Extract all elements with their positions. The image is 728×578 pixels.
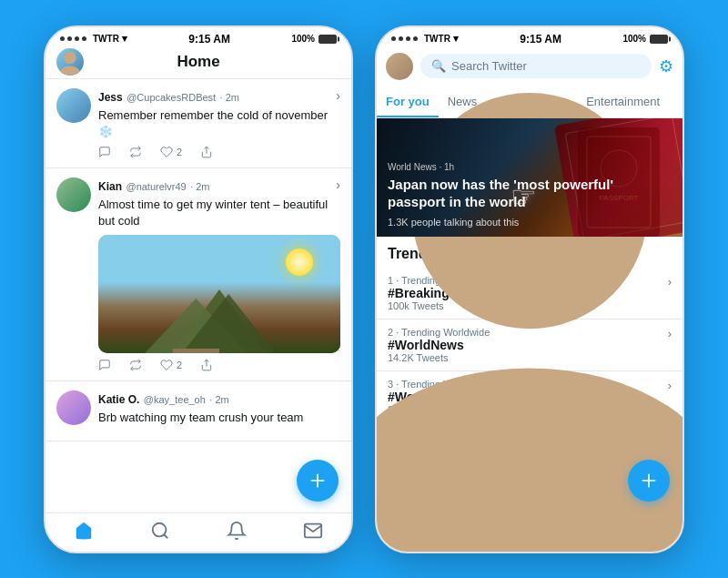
tweet-chevron-2[interactable]: › bbox=[336, 177, 340, 192]
tweet-avatar-kian bbox=[56, 177, 91, 212]
like-action-1[interactable]: 2 bbox=[160, 146, 182, 158]
search-user-avatar[interactable] bbox=[386, 53, 413, 80]
tweet-username-3: Katie O. bbox=[98, 393, 139, 406]
nav-search[interactable] bbox=[150, 521, 170, 541]
tweet-item[interactable]: Jess @CupcakesRDBest · 2m › Remember rem… bbox=[46, 79, 351, 168]
svg-line-7 bbox=[164, 534, 167, 538]
search-header: 🔍 Search Twitter ⚙ bbox=[377, 49, 682, 87]
tweet-user-info-3: Katie O. @kay_tee_oh · 2m bbox=[98, 390, 229, 407]
nav-messages[interactable] bbox=[303, 521, 323, 541]
bottom-nav-home bbox=[46, 512, 351, 552]
tweet-image-2 bbox=[98, 235, 340, 353]
tweet-time-1: · 2m bbox=[220, 92, 239, 103]
tweet-list: Jess @CupcakesRDBest · 2m › Remember rem… bbox=[46, 79, 351, 512]
status-time: 9:15 AM bbox=[188, 33, 230, 46]
signal-dot-4 bbox=[82, 36, 86, 41]
tweet-handle-1: @CupcakesRDBest bbox=[126, 92, 216, 103]
retweet-action-2[interactable] bbox=[129, 359, 142, 371]
tweet-avatar-katie bbox=[56, 390, 91, 425]
carrier-label: TWTR bbox=[93, 34, 119, 44]
tweet-time-3: · 2m bbox=[209, 394, 228, 405]
user-avatar[interactable] bbox=[56, 48, 84, 76]
news-source: World News · 1h bbox=[388, 162, 672, 172]
tweet-avatar-jess bbox=[56, 88, 91, 123]
battery-label: 100% bbox=[291, 34, 315, 44]
compose-button-2[interactable] bbox=[628, 460, 670, 502]
reply-action-1[interactable] bbox=[98, 146, 111, 158]
compose-button[interactable] bbox=[297, 460, 339, 502]
cursor-icon: ☞ bbox=[511, 179, 537, 214]
status-right: 100% bbox=[291, 34, 337, 44]
svg-point-6 bbox=[153, 522, 167, 536]
tweet-actions-2: 2 bbox=[98, 359, 340, 371]
wifi-icon: ▾ bbox=[122, 33, 127, 45]
tweet-time-2: · 2m bbox=[190, 181, 209, 192]
like-action-2[interactable]: 2 bbox=[160, 359, 182, 371]
phone-home: TWTR ▾ 9:15 AM 100% Home Jess @CupcakesR… bbox=[44, 25, 353, 553]
tweet-user-info-2: Kian @naturelvr49 · 2m bbox=[98, 177, 210, 194]
tweet-text-1: Remember remember the cold of november ❄… bbox=[98, 107, 340, 140]
news-card-overlay: World News · 1h Japan now has the 'most … bbox=[377, 118, 682, 237]
tweet-actions-1: 2 bbox=[98, 146, 340, 158]
signal-dot-2 bbox=[67, 36, 72, 41]
tweet-content-1: Jess @CupcakesRDBest · 2m › Remember rem… bbox=[98, 88, 340, 158]
tweet-user-info-1: Jess @CupcakesRDBest · 2m bbox=[98, 88, 239, 105]
news-card[interactable]: PASSPORT World News · 1h Japan now has t… bbox=[377, 118, 682, 237]
tweet-username-2: Kian bbox=[98, 180, 122, 193]
tweet-handle-3: @kay_tee_oh bbox=[144, 394, 206, 405]
svg-rect-4 bbox=[173, 349, 219, 353]
battery-icon bbox=[318, 35, 337, 44]
tweet-header-3: Katie O. @kay_tee_oh · 2m bbox=[98, 390, 340, 407]
tweet-username-1: Jess bbox=[98, 91, 123, 104]
tweet-chevron-1[interactable]: › bbox=[336, 88, 340, 103]
status-left: TWTR ▾ bbox=[60, 33, 127, 45]
phone-explore: TWTR ▾ 9:15 AM 100% 🔍 Search Twitter ⚙ F… bbox=[375, 25, 684, 553]
retweet-action-1[interactable] bbox=[129, 146, 142, 158]
tweet-handle-2: @naturelvr49 bbox=[126, 181, 186, 192]
tweet-content-3: Katie O. @kay_tee_oh · 2m Brb watching m… bbox=[98, 390, 340, 431]
nav-home[interactable] bbox=[74, 521, 94, 541]
reply-action-2[interactable] bbox=[98, 359, 111, 371]
share-action-1[interactable] bbox=[200, 146, 213, 158]
status-bar-home: TWTR ▾ 9:15 AM 100% bbox=[46, 27, 351, 49]
tweet-item-3[interactable]: Katie O. @kay_tee_oh · 2m Brb watching m… bbox=[46, 381, 351, 441]
tweet-content-2: Kian @naturelvr49 · 2m › Almost time to … bbox=[98, 177, 340, 371]
tweet-header-2: Kian @naturelvr49 · 2m › bbox=[98, 177, 340, 194]
nav-notifications[interactable] bbox=[227, 521, 247, 541]
tweet-item-2[interactable]: Kian @naturelvr49 · 2m › Almost time to … bbox=[46, 168, 351, 381]
tweet-text-3: Brb watching my team crush your team bbox=[98, 410, 340, 426]
tweet-header-1: Jess @CupcakesRDBest · 2m › bbox=[98, 88, 340, 105]
news-engagement: 1.3K people talking about this bbox=[388, 217, 672, 228]
home-title: Home bbox=[177, 53, 219, 71]
tweet-text-2: Almost time to get my winter tent – beau… bbox=[98, 197, 340, 229]
share-action-2[interactable] bbox=[200, 359, 213, 371]
home-header: Home bbox=[46, 49, 351, 79]
signal-dot-3 bbox=[75, 36, 79, 41]
sun-decoration bbox=[286, 248, 313, 276]
signal-dot-1 bbox=[60, 36, 65, 41]
